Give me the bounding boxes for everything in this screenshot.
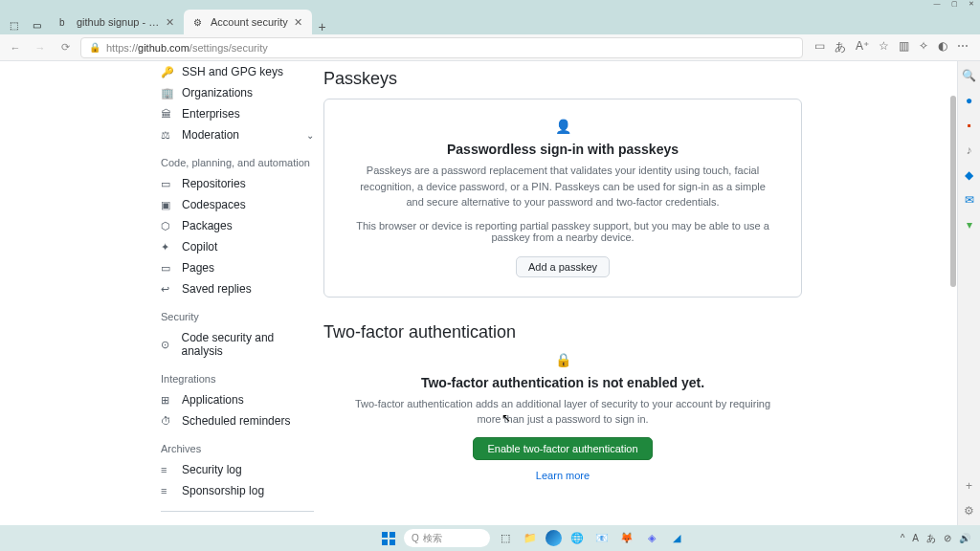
new-tab-button[interactable]: + — [312, 19, 333, 34]
rail-icon[interactable]: ♪ — [967, 143, 972, 157]
sidebar-item-label: Scheduled reminders — [182, 414, 290, 428]
passkeys-card: 👤 Passwordless sign-in with passkeys Pas… — [323, 99, 802, 298]
task-icon[interactable]: ⬚ — [496, 529, 515, 548]
url-text: https://github.com/settings/security — [106, 42, 268, 54]
system-tray[interactable]: ^Aあ⊘🔊 — [901, 532, 970, 545]
read-aloud-icon[interactable]: A⁺ — [856, 39, 869, 55]
sidebar-heading: Security — [161, 311, 314, 322]
forward-button: → — [31, 38, 50, 57]
tray-icon[interactable]: A — [912, 533, 919, 543]
sidebar-item-label: Security log — [182, 463, 242, 476]
nav-icon: ⚖ — [161, 129, 174, 142]
sidebar-item-packages[interactable]: ⬡Packages — [161, 215, 314, 236]
lock-icon: 🔒 — [352, 352, 773, 367]
tfa-body: Two-factor authentication adds an additi… — [352, 396, 773, 428]
tab-title: github signup - 検索 — [77, 15, 160, 30]
collections-icon[interactable]: ✧ — [919, 39, 928, 55]
favorite-icon[interactable]: ☆ — [879, 39, 889, 55]
sidebar-item-security-log[interactable]: ≡Security log — [161, 459, 314, 480]
sidebar-item-enterprises[interactable]: 🏛Enterprises — [161, 103, 314, 124]
taskbar: Q 検索 ⬚ 📁 🌐 📧 🦊 ◈ ◢ ^Aあ⊘🔊 — [0, 525, 980, 551]
start-button[interactable] — [379, 529, 398, 548]
rail-icon[interactable]: ◆ — [965, 168, 973, 182]
enable-2fa-button[interactable]: Enable two-factor authentication — [473, 437, 652, 460]
svg-rect-2 — [382, 540, 388, 545]
reload-button[interactable]: ⟳ — [56, 38, 75, 57]
close-tab-icon[interactable]: ✕ — [294, 16, 302, 29]
translate-icon[interactable]: あ — [835, 39, 846, 55]
search-icon: Q — [412, 533, 419, 543]
rail-settings-icon[interactable]: ⚙ — [964, 504, 974, 518]
edge-sidebar: 🔍 ● ▪ ♪ ◆ ✉ ▾ + ⚙ — [957, 61, 980, 525]
sidebar-item-label: Codespaces — [182, 198, 246, 211]
sidebar-item-sponsorship-log[interactable]: ≡Sponsorship log — [161, 480, 314, 501]
app-icon[interactable]: ◈ — [642, 529, 661, 548]
explorer-icon[interactable]: 📁 — [521, 529, 540, 548]
passkey-icon: 👤 — [353, 119, 772, 134]
nav-icon: ✦ — [161, 241, 174, 253]
app-icon[interactable]: 📧 — [592, 529, 612, 548]
scrollbar-thumb[interactable] — [950, 96, 956, 287]
nav-icon: ↩ — [161, 283, 174, 296]
rail-add-icon[interactable]: + — [966, 479, 972, 493]
split-icon[interactable]: ▥ — [899, 39, 909, 55]
profile-icon[interactable]: ◐ — [938, 39, 947, 55]
minimize-button[interactable]: — — [928, 0, 946, 8]
sidebar-item-code-security-and-analysis[interactable]: ⊙Code security and analysis — [161, 327, 314, 362]
vscode-icon[interactable]: ◢ — [667, 529, 686, 548]
sidebar-item-organizations[interactable]: 🏢Organizations — [161, 82, 314, 103]
chrome-icon[interactable]: 🌐 — [568, 529, 587, 548]
sidebar-item-moderation[interactable]: ⚖Moderation⌄ — [161, 124, 314, 145]
maximize-button[interactable]: ▢ — [946, 0, 963, 8]
sidebar-item-label: Packages — [182, 219, 233, 232]
sidebar-item-repositories[interactable]: ▭Repositories — [161, 173, 314, 194]
browser-tab-active[interactable]: ⚙ Account security ✕ — [184, 10, 312, 34]
browser-tab[interactable]: b github signup - 検索 ✕ — [50, 10, 184, 34]
scrollbar[interactable] — [949, 61, 957, 506]
sidebar-item-ssh-and-gpg-keys[interactable]: 🔑SSH and GPG keys — [161, 61, 314, 82]
search-icon[interactable]: 🔍 — [962, 69, 976, 82]
app-icon-2: ▭ — [27, 15, 46, 34]
sidebar-item-label: Repositories — [182, 177, 246, 190]
rail-icon[interactable]: ● — [966, 94, 972, 107]
sidebar-item-label: Organizations — [182, 86, 253, 99]
tray-icon[interactable]: ⊘ — [944, 533, 951, 543]
tfa-heading: Two-factor authentication is not enabled… — [352, 375, 773, 390]
sidebar-item-copilot[interactable]: ✦Copilot — [161, 236, 314, 257]
bing-icon: b — [59, 16, 71, 28]
learn-more-link[interactable]: Learn more — [536, 470, 590, 481]
sidebar-item-label: Pages — [182, 261, 214, 275]
sidebar-item-pages[interactable]: ▭Pages — [161, 257, 314, 278]
add-passkey-button[interactable]: Add a passkey — [516, 256, 610, 277]
rail-icon[interactable]: ▾ — [967, 218, 972, 231]
firefox-icon[interactable]: 🦊 — [617, 529, 636, 548]
sidebar-item-scheduled-reminders[interactable]: ⏱Scheduled reminders — [161, 410, 314, 431]
edge-icon[interactable] — [546, 530, 562, 546]
sidebar-item-codespaces[interactable]: ▣Codespaces — [161, 194, 314, 215]
rail-icon[interactable]: ✉ — [965, 193, 974, 207]
settings-sidebar: 🔑SSH and GPG keys🏢Organizations🏛Enterpri… — [161, 61, 323, 525]
back-button[interactable]: ← — [6, 38, 25, 57]
sidebar-item-applications[interactable]: ⊞Applications — [161, 389, 314, 410]
sidebar-item-saved-replies[interactable]: ↩Saved replies — [161, 278, 314, 299]
tray-icon[interactable]: ^ — [901, 533, 905, 543]
taskbar-search[interactable]: Q 検索 — [404, 529, 490, 547]
rail-icon[interactable]: ▪ — [967, 119, 970, 132]
card-heading: Passwordless sign-in with passkeys — [353, 142, 772, 157]
card-body: Passkeys are a password replacement that… — [353, 163, 772, 210]
sidebar-item-label: Code security and analysis — [182, 331, 314, 358]
close-window-button[interactable]: ✕ — [963, 0, 980, 8]
svg-rect-3 — [390, 540, 395, 545]
tray-icon[interactable]: 🔊 — [959, 533, 970, 543]
nav-icon: 🔑 — [161, 66, 174, 78]
address-bar[interactable]: 🔒 https://github.com/settings/security — [80, 37, 803, 58]
ext-icon[interactable]: ▭ — [814, 39, 825, 55]
sidebar-heading: Archives — [161, 443, 314, 454]
tray-icon[interactable]: あ — [926, 532, 936, 545]
close-tab-icon[interactable]: ✕ — [166, 16, 174, 29]
sidebar-item-label: SSH and GPG keys — [182, 65, 283, 78]
more-icon[interactable]: ⋯ — [957, 39, 969, 55]
nav-icon: ▭ — [161, 178, 174, 190]
section-title-2fa: Two-factor authentication — [323, 322, 802, 342]
svg-rect-0 — [382, 532, 388, 538]
